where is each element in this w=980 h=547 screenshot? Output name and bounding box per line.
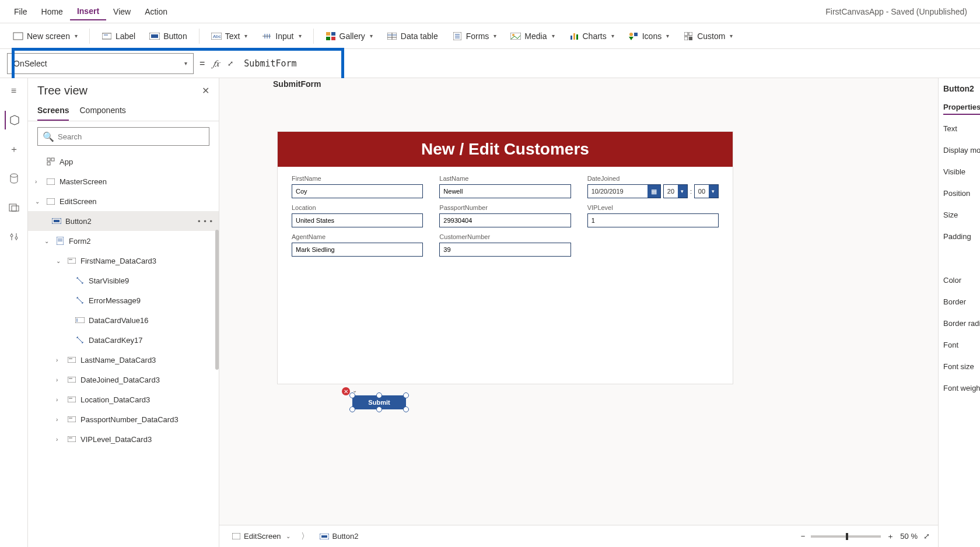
submit-button[interactable]: Submit [352, 395, 406, 409]
hamburger-icon[interactable]: ≡ [5, 82, 23, 100]
prop-font[interactable]: Font [943, 341, 975, 349]
resize-handle[interactable] [349, 406, 355, 412]
tree-item-masterscreen[interactable]: ›MasterScreen [28, 171, 219, 191]
icons-dropdown[interactable]: Icons▾ [622, 29, 675, 44]
prop-position[interactable]: Position [943, 189, 975, 198]
data-rail-icon[interactable] [5, 169, 23, 188]
breadcrumb-screen[interactable]: EditScreen ⌄ [228, 531, 295, 542]
search-icon: 🔍 [43, 131, 54, 142]
tab-properties[interactable]: Properties [943, 103, 980, 115]
menu-view[interactable]: View [106, 3, 138, 20]
edit-screen-surface[interactable]: New / Edit Customers FirstName LastName … [278, 132, 733, 384]
menu-file[interactable]: File [7, 3, 34, 20]
input-agentname[interactable] [292, 243, 423, 257]
tree-item-passport-card[interactable]: ›PassportNumber_DataCard3 [28, 409, 219, 429]
error-badge-icon[interactable]: ✕ [342, 387, 350, 395]
tree-item-app[interactable]: App [28, 152, 219, 171]
canvas-area[interactable]: New / Edit Customers FirstName LastName … [219, 78, 938, 547]
calendar-icon[interactable]: ▦ [648, 185, 660, 198]
new-screen-button[interactable]: New screen▾ [7, 29, 83, 44]
fit-screen-icon[interactable]: ⤢ [923, 532, 930, 541]
input-customernumber[interactable] [439, 243, 570, 257]
prop-border-radius[interactable]: Border radi [943, 319, 975, 328]
tree-item-starvisible9[interactable]: StarVisible9 [28, 271, 219, 290]
input-dropdown[interactable]: Input▾ [256, 29, 307, 44]
svg-rect-43 [51, 158, 54, 161]
svg-rect-33 [684, 37, 688, 40]
search-input[interactable] [58, 132, 204, 141]
charts-dropdown[interactable]: Charts▾ [563, 29, 620, 44]
tree-item-viplevel-card[interactable]: ›VIPLevel_DataCard3 [28, 429, 219, 449]
zoom-out-button[interactable]: − [801, 532, 806, 541]
forms-dropdown[interactable]: Forms▾ [446, 29, 503, 44]
prop-display-mode[interactable]: Display mo [943, 146, 975, 155]
more-icon[interactable]: • • • [198, 217, 213, 226]
prop-font-weight[interactable]: Font weigh [943, 384, 975, 392]
tree-item-datacardvalue16[interactable]: DataCardValue16 [28, 310, 219, 330]
date-picker[interactable]: 10/20/2019▦ [587, 184, 661, 198]
prop-font-size[interactable]: Font size [943, 362, 975, 371]
tree-item-button2[interactable]: Button2• • • [28, 211, 219, 231]
menu-insert[interactable]: Insert [70, 3, 106, 20]
selected-control[interactable]: ✕ ⌄ Submit [352, 395, 406, 409]
label-button[interactable]: Label [96, 29, 141, 44]
media-rail-icon[interactable] [5, 198, 23, 217]
treeview-rail-icon[interactable] [5, 111, 23, 129]
tree-item-datacardkey17[interactable]: DataCardKey17 [28, 330, 219, 350]
prop-size[interactable]: Size [943, 211, 975, 219]
prop-text[interactable]: Text [943, 124, 975, 133]
formula-expand-icon[interactable]: ⤢ [228, 59, 233, 68]
resize-handle[interactable] [376, 392, 382, 398]
resize-handle[interactable] [403, 406, 409, 412]
insert-rail-icon[interactable]: ＋ [5, 140, 23, 159]
tree-item-datejoined-card[interactable]: ›DateJoined_DataCard3 [28, 370, 219, 390]
input-lastname[interactable] [439, 184, 570, 198]
property-selector[interactable]: OnSelect▾ [7, 53, 194, 74]
input-passport[interactable] [439, 213, 570, 227]
advanced-rail-icon[interactable] [5, 227, 23, 246]
prop-visible[interactable]: Visible [943, 167, 975, 176]
close-icon[interactable]: ✕ [202, 85, 209, 96]
formula-input[interactable]: SubmitForm [239, 56, 301, 71]
tree-item-location-card[interactable]: ›Location_DataCard3 [28, 390, 219, 409]
menu-action[interactable]: Action [138, 3, 174, 20]
gallery-dropdown[interactable]: Gallery▾ [320, 29, 379, 44]
tree-item-editscreen[interactable]: ⌄EditScreen [28, 191, 219, 211]
tree-item-errormessage9[interactable]: ErrorMessage9 [28, 290, 219, 310]
zoom-in-button[interactable]: ＋ [887, 531, 894, 542]
custom-dropdown[interactable]: Custom▾ [677, 29, 738, 44]
tree-list: App ›MasterScreen ⌄EditScreen Button2• •… [28, 152, 219, 547]
input-location[interactable] [292, 213, 423, 227]
minute-select[interactable]: 00▾ [694, 184, 719, 198]
text-dropdown[interactable]: Abc Text▾ [205, 29, 254, 44]
icons-icon [628, 31, 639, 41]
prop-color[interactable]: Color [943, 276, 975, 285]
tree-item-lastname-card[interactable]: ›LastName_DataCard3 [28, 350, 219, 370]
resize-handle[interactable] [403, 392, 409, 398]
input-firstname[interactable] [292, 184, 423, 198]
label-icon [75, 295, 85, 306]
field-passport: PassportNumber [439, 204, 570, 227]
label-passport: PassportNumber [439, 204, 570, 211]
fx-icon[interactable]: 𝑓𝑥 [211, 58, 222, 69]
data-table-button[interactable]: Data table [381, 29, 444, 44]
input-viplevel[interactable] [587, 213, 719, 227]
prop-padding[interactable]: Padding [943, 232, 975, 241]
menu-home[interactable]: Home [34, 3, 70, 20]
field-datejoined: DateJoined 10/20/2019▦ 20▾ : 00▾ [587, 175, 719, 198]
prop-border[interactable]: Border [943, 297, 975, 306]
resize-handle[interactable] [349, 392, 355, 398]
media-dropdown[interactable]: Media▾ [505, 29, 560, 44]
tab-components[interactable]: Components [79, 101, 125, 121]
resize-handle[interactable] [376, 406, 382, 412]
scrollbar-thumb[interactable] [215, 230, 219, 370]
breadcrumb-control[interactable]: Button2 [315, 531, 363, 542]
formula-suggestion[interactable]: SubmitForm [273, 79, 321, 89]
tree-item-firstname-card[interactable]: ⌄FirstName_DataCard3 [28, 251, 219, 271]
tree-search[interactable]: 🔍 [37, 127, 209, 146]
hour-select[interactable]: 20▾ [663, 184, 688, 198]
button-button[interactable]: Button [144, 29, 192, 44]
tab-screens[interactable]: Screens [37, 101, 69, 121]
zoom-slider[interactable] [811, 535, 881, 538]
tree-item-form2[interactable]: ⌄Form2 [28, 231, 219, 251]
